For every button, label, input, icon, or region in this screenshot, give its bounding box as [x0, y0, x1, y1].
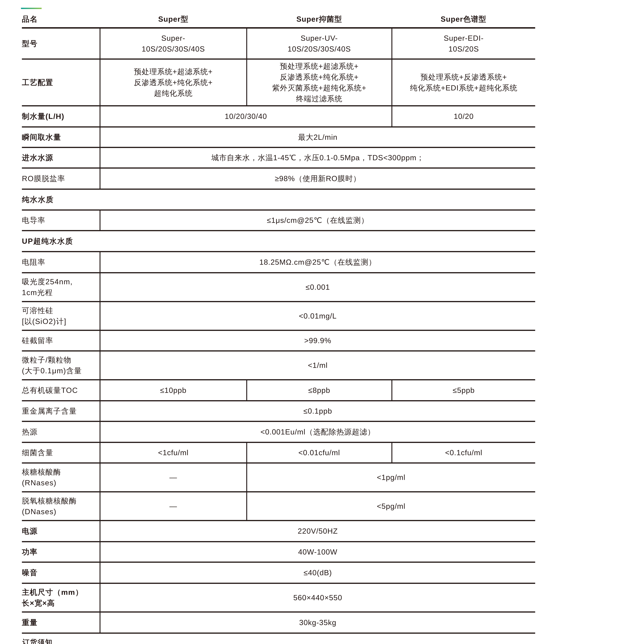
order-notes: 订货须知 1、源水水质较差(TDS≥300ppm)地区，建议加配全自动软水器，可…: [22, 638, 644, 644]
cell-value: 预处理系统+超滤系统+ 反渗透系统+纯化系统+ 超纯化系统: [100, 59, 247, 106]
cell-value: 30kg-35kg: [100, 612, 535, 633]
row-label: 重量: [22, 612, 100, 633]
row-label: 电导率: [22, 210, 100, 231]
row-label: 工艺配置: [22, 59, 100, 106]
row-label: RO膜脱盐率: [22, 168, 100, 189]
row-label: 总有机碳量TOC: [22, 380, 100, 401]
row-label: 功率: [22, 542, 100, 562]
cell-value: ≤0.001: [100, 273, 535, 302]
row-label: 微粒子/颗粒物 (大于0.1μm)含量: [22, 351, 100, 380]
table-row-pyrogen: 热源 <0.001Eu/ml（选配除热源超滤）: [22, 421, 535, 442]
table-row-rnases: 核糖核酸酶 (RNases) — <1pg/ml: [22, 463, 535, 492]
cell-value: <0.01cfu/ml: [247, 442, 392, 463]
table-row-feed-water: 进水水源 城市自来水，水温1-45℃，水压0.1-0.5Mpa，TDS<300p…: [22, 147, 535, 168]
row-label: 瞬间取水量: [22, 127, 100, 147]
table-row-output: 制水量(L/H) 10/20/30/40 10/20: [22, 106, 535, 127]
cell-value: <0.01mg/L: [100, 302, 535, 330]
row-label: 脱氧核糖核酸酶 (DNases): [22, 492, 100, 520]
row-label: 可溶性硅 [以(SiO2)计]: [22, 302, 100, 330]
table-row-power: 功率 40W-100W: [22, 542, 535, 562]
cell-value: ≤40(dB): [100, 562, 535, 583]
row-label: 核糖核酸酶 (RNases): [22, 463, 100, 492]
table-row-toc: 总有机碳量TOC ≤10ppb ≤8ppb ≤5ppb: [22, 380, 535, 401]
cell-value: ≤1μs/cm@25℃（在线监测）: [100, 210, 535, 231]
row-label: 噪音: [22, 562, 100, 583]
cell-value: 18.25MΩ.cm@25℃（在线监测）: [100, 252, 535, 273]
cell-value: 10/20: [392, 106, 535, 127]
spec-sheet-page: 品名 Super型 Super抑菌型 Super色谱型 型号 Super- 10…: [0, 0, 644, 644]
row-label: 硅截留率: [22, 330, 100, 351]
cell-value: 城市自来水，水温1-45℃，水压0.1-0.5Mpa，TDS<300ppm；: [100, 147, 535, 168]
table-row-dnases: 脱氧核糖核酸酶 (DNases) — <5pg/ml: [22, 492, 535, 520]
table-row-silica-rejection: 硅截留率 >99.9%: [22, 330, 535, 351]
cell-value: 220V/50HZ: [100, 520, 535, 542]
cell-value: 预处理系统+超滤系统+ 反渗透系统+纯化系统+ 紫外灭菌系统+超纯化系统+ 终端…: [247, 59, 392, 106]
row-label: 吸光度254nm, 1cm光程: [22, 273, 100, 302]
table-row-weight: 重量 30kg-35kg: [22, 612, 535, 633]
table-row-absorbance: 吸光度254nm, 1cm光程 ≤0.001: [22, 273, 535, 302]
section-title: UP超纯水水质: [22, 231, 535, 252]
table-row-section-up: UP超纯水水质: [22, 231, 535, 252]
cell-value: <1/ml: [100, 351, 535, 380]
table-row-resistivity: 电阻率 18.25MΩ.cm@25℃（在线监测）: [22, 252, 535, 273]
col-header-super: Super型: [100, 11, 247, 28]
cell-value: Super-EDI- 10S/20S: [392, 28, 535, 59]
table-row-noise: 噪音 ≤40(dB): [22, 562, 535, 583]
cell-value: 最大2L/min: [100, 127, 535, 147]
table-row-product: 品名 Super型 Super抑菌型 Super色谱型: [22, 11, 535, 28]
table-row-instant-draw: 瞬间取水量 最大2L/min: [22, 127, 535, 147]
cell-value: Super-UV- 10S/20S/30S/40S: [247, 28, 392, 59]
cell-value: <1pg/ml: [247, 463, 535, 492]
row-label: 主机尺寸（mm） 长×宽×高: [22, 583, 100, 612]
spec-table: 品名 Super型 Super抑菌型 Super色谱型 型号 Super- 10…: [22, 11, 535, 634]
table-row-ro-rejection: RO膜脱盐率 ≥98%（使用新RO膜时）: [22, 168, 535, 189]
cell-value: >99.9%: [100, 330, 535, 351]
table-row-section-pure: 纯水水质: [22, 189, 535, 210]
cell-value: <0.001Eu/ml（选配除热源超滤）: [100, 421, 535, 442]
cell-value: 预处理系统+反渗透系统+ 纯化系统+EDI系统+超纯化系统: [392, 59, 535, 106]
table-row-power-supply: 电源 220V/50HZ: [22, 520, 535, 542]
row-label: 型号: [22, 28, 100, 59]
accent-gradient-line: [21, 8, 42, 9]
table-row-heavy-metal: 重金属离子含量 ≤0.1ppb: [22, 401, 535, 421]
cell-value: ≤10ppb: [100, 380, 247, 401]
cell-value: <1cfu/ml: [100, 442, 247, 463]
table-row-bacteria: 细菌含量 <1cfu/ml <0.01cfu/ml <0.1cfu/ml: [22, 442, 535, 463]
cell-value: 40W-100W: [100, 542, 535, 562]
notes-title: 订货须知: [22, 638, 644, 644]
table-row-model: 型号 Super- 10S/20S/30S/40S Super-UV- 10S/…: [22, 28, 535, 59]
cell-value: ≤8ppb: [247, 380, 392, 401]
table-row-process: 工艺配置 预处理系统+超滤系统+ 反渗透系统+纯化系统+ 超纯化系统 预处理系统…: [22, 59, 535, 106]
col-header-super-uv: Super抑菌型: [247, 11, 392, 28]
cell-value: ≥98%（使用新RO膜时）: [100, 168, 535, 189]
table-row-dimensions: 主机尺寸（mm） 长×宽×高 560×440×550: [22, 583, 535, 612]
row-label: 电源: [22, 520, 100, 542]
row-label: 重金属离子含量: [22, 401, 100, 421]
row-label: 进水水源: [22, 147, 100, 168]
cell-value: 10/20/30/40: [100, 106, 392, 127]
cell-value: ≤5ppb: [392, 380, 535, 401]
cell-dash: —: [100, 463, 247, 492]
row-label: 细菌含量: [22, 442, 100, 463]
table-row-soluble-silica: 可溶性硅 [以(SiO2)计] <0.01mg/L: [22, 302, 535, 330]
cell-dash: —: [100, 492, 247, 520]
cell-value: 560×440×550: [100, 583, 535, 612]
row-label: 热源: [22, 421, 100, 442]
cell-value: ≤0.1ppb: [100, 401, 535, 421]
col-header-super-edi: Super色谱型: [392, 11, 535, 28]
cell-value: <0.1cfu/ml: [392, 442, 535, 463]
row-label: 制水量(L/H): [22, 106, 100, 127]
cell-value: <5pg/ml: [247, 492, 535, 520]
table-row-conductivity: 电导率 ≤1μs/cm@25℃（在线监测）: [22, 210, 535, 231]
row-label: 电阻率: [22, 252, 100, 273]
row-label: 品名: [22, 11, 100, 28]
section-title: 纯水水质: [22, 189, 535, 210]
table-row-particles: 微粒子/颗粒物 (大于0.1μm)含量 <1/ml: [22, 351, 535, 380]
cell-value: Super- 10S/20S/30S/40S: [100, 28, 247, 59]
